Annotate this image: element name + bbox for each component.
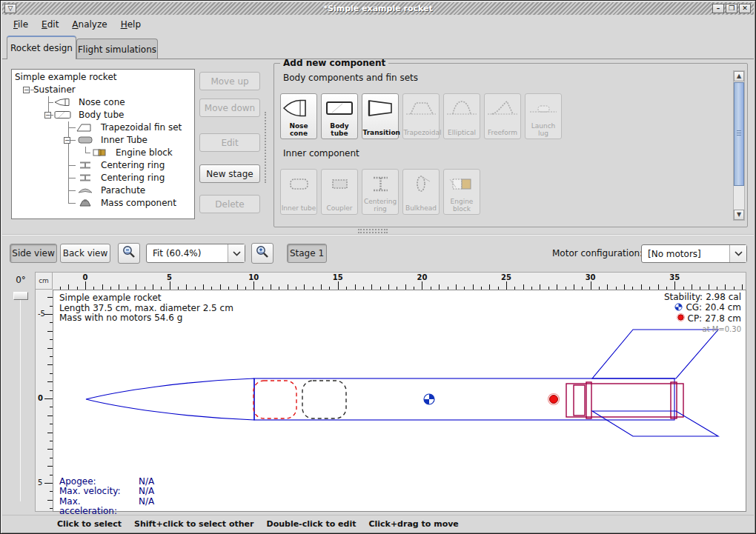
scroll-up-icon[interactable]: ▲: [734, 71, 744, 81]
new-stage-button[interactable]: New stage: [199, 164, 260, 183]
menu-edit[interactable]: Edit: [35, 17, 65, 32]
menu-help[interactable]: Help: [114, 17, 147, 32]
coupler-icon: [323, 170, 356, 198]
ruler-tick: [253, 281, 254, 290]
scrollbar-thumb[interactable]: [734, 82, 744, 186]
tab-flight-simulations[interactable]: Flight simulations: [76, 39, 158, 59]
ruler-tick: [271, 284, 271, 290]
engine-block-shape[interactable]: [574, 385, 585, 415]
fin-bottom-shape[interactable]: [592, 411, 718, 436]
zoom-out-button[interactable]: [118, 243, 140, 264]
freeform-icon: [486, 94, 519, 122]
component-button-label: Launch lug: [526, 122, 561, 137]
scroll-down-icon[interactable]: ▼: [734, 210, 744, 220]
flight-data-label: Max. velocity:: [59, 487, 139, 496]
tab-panel-border: [2, 59, 754, 59]
tree-item-trapezoidal-fin-set[interactable]: Trapezoidal fin set: [12, 121, 194, 134]
ruler-tick: [44, 398, 53, 399]
horizontal-split-line: [2, 234, 754, 236]
flight-data-row: Max. acceleration:N/A: [59, 497, 154, 517]
bodytube-icon: [53, 110, 73, 122]
tree-item-simple-example-rocket[interactable]: Simple example rocket: [12, 71, 194, 84]
rotation-slider[interactable]: [13, 292, 28, 300]
rocket-canvas[interactable]: Simple example rocketLength 37.5 cm, max…: [53, 290, 746, 512]
component-button-label: Nose cone: [282, 122, 316, 137]
component-tree[interactable]: Simple example rocket−SustainerNose cone…: [11, 69, 195, 219]
window-menu-icon[interactable]: ▽: [4, 4, 16, 13]
nose-cone-shape[interactable]: [86, 378, 254, 420]
transition-icon: [364, 94, 397, 122]
collapse-icon[interactable]: −: [64, 137, 70, 144]
collapse-icon[interactable]: −: [44, 112, 51, 119]
ruler-tick: [237, 284, 238, 290]
stage-1-toggle[interactable]: Stage 1: [287, 244, 327, 263]
zoom-level-value: Fit (60.4%): [147, 248, 201, 258]
tree-item-body-tube[interactable]: −Body tube: [12, 109, 194, 121]
tree-item-sustainer[interactable]: −Sustainer: [12, 84, 194, 96]
maximize-button[interactable]: ❒: [726, 4, 737, 13]
minimize-button[interactable]: –: [712, 4, 724, 13]
engineblockbig-icon: [445, 170, 478, 198]
ruler-tick: [47, 449, 53, 450]
ruler-tick: [321, 284, 322, 290]
component-scrollbar[interactable]: ▲ ▼: [733, 70, 745, 221]
centering-ring-shape-front[interactable]: [586, 382, 591, 418]
add-transition-button[interactable]: Transition: [362, 93, 399, 139]
tree-connector: [68, 165, 76, 166]
zoom-in-button[interactable]: [251, 243, 273, 264]
status-hint: Click+drag to move: [368, 519, 458, 529]
titlebar[interactable]: ▽ *Simple example rocket – ❒ ✕: [2, 2, 754, 15]
tree-connector: [48, 102, 53, 103]
close-button[interactable]: ✕: [739, 4, 751, 13]
ruler-tick: [371, 284, 372, 290]
tree-item-parachute[interactable]: Parachute: [12, 184, 194, 197]
mass-component-shape[interactable]: [302, 381, 346, 418]
centering-ring-shape-rear[interactable]: [671, 382, 677, 418]
add-body-tube-button[interactable]: Body tube: [321, 93, 358, 139]
ruler-tick: [186, 284, 187, 290]
rocket-info-text: Simple example rocketLength 37.5 cm, max…: [59, 293, 233, 324]
rotation-slider-track[interactable]: [20, 300, 21, 501]
body-tube-shape[interactable]: [254, 378, 674, 420]
tree-item-centering-ring[interactable]: Centering ring: [12, 172, 194, 184]
tree-item-engine-block[interactable]: Engine block: [12, 147, 194, 159]
tree-connector: [68, 190, 76, 191]
mach-note: at M=0.30: [664, 324, 741, 335]
menu-analyze[interactable]: Analyze: [65, 17, 113, 32]
ruler-tick: [624, 284, 625, 290]
menu-file[interactable]: File: [7, 17, 35, 32]
ruler-tick: [506, 281, 507, 290]
side-view-button[interactable]: Side view: [10, 244, 57, 263]
back-view-button[interactable]: Back view: [60, 244, 110, 263]
ruler-tick: [47, 433, 53, 433]
ruler-tick: [47, 364, 53, 365]
openrocket-window: ▽ *Simple example rocket – ❒ ✕ FileEditA…: [0, 0, 756, 534]
tree-connector: [68, 203, 76, 204]
collapse-icon[interactable]: −: [23, 87, 30, 93]
motor-configuration-select[interactable]: [No motors]: [641, 244, 747, 263]
rocket-drawing: [53, 290, 746, 511]
add-component-group: Add new component Body components and fi…: [273, 63, 748, 227]
vertical-ruler: -505: [35, 290, 53, 512]
magnifier-icon: [122, 244, 136, 262]
tree-item-nose-cone[interactable]: Nose cone: [12, 96, 194, 109]
vertical-split-handle[interactable]: [265, 112, 266, 183]
tree-item-inner-tube[interactable]: −Inner Tube: [12, 134, 194, 147]
masscomponent-icon: [76, 198, 95, 210]
inner-tube-shape[interactable]: [566, 384, 683, 417]
add-nose-cone-button[interactable]: Nose cone: [280, 93, 317, 139]
tree-item-centering-ring[interactable]: Centering ring: [12, 159, 194, 172]
fin-top-shape[interactable]: [592, 330, 718, 378]
move-up-button: Move up: [199, 72, 260, 90]
zoom-level-select[interactable]: Fit (60.4%): [146, 244, 245, 263]
tree-item-mass-component[interactable]: Mass component: [12, 197, 194, 210]
chevron-down-icon: [228, 244, 245, 262]
finset-icon: [76, 122, 95, 135]
delete-button: Delete: [199, 195, 260, 213]
tree-item-label: Nose cone: [79, 97, 125, 107]
tree-connector: [85, 153, 90, 153]
tab-rocket-design[interactable]: Rocket design: [7, 36, 76, 59]
ruler-tick: [692, 284, 692, 290]
parachute-shape[interactable]: [253, 381, 296, 418]
horizontal-split-handle[interactable]: [358, 229, 388, 233]
